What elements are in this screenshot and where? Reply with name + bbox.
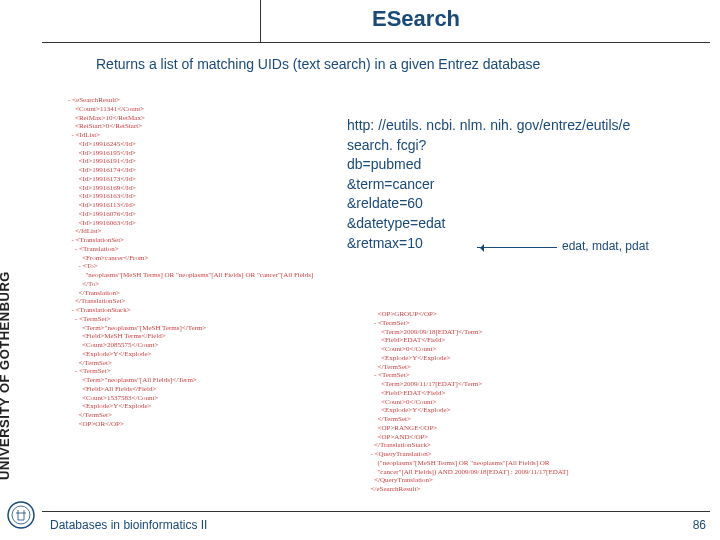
url-line: db=pubmed	[347, 155, 717, 175]
footer-divider	[42, 511, 710, 512]
slide-title: ESearch	[372, 6, 460, 32]
url-line: &reldate=60	[347, 194, 717, 214]
url-line: &datetype=edat	[347, 214, 717, 234]
xml-output-right: <OP>GROUP</OP> - <TermSet> <Term>2009/09…	[367, 310, 569, 494]
annotation-text: edat, mdat, pdat	[562, 239, 649, 253]
url-line: &retmax=10	[347, 234, 717, 254]
xml-output-left: - <eSearchResult> <Count>11341</Count> <…	[68, 96, 313, 429]
sidebar: UNIVERSITY OF GOTHENBURG	[0, 0, 42, 540]
footer-label: Databases in bioinformatics II	[50, 518, 207, 532]
svg-point-1	[12, 506, 30, 524]
title-divider-vertical	[260, 0, 261, 42]
title-divider-horizontal	[42, 42, 710, 43]
university-seal-icon	[6, 500, 36, 530]
slide-content: ESearch Returns a list of matching UIDs …	[42, 0, 720, 540]
url-block: http: //eutils. ncbi. nlm. nih. gov/entr…	[347, 116, 717, 253]
title-area: ESearch	[42, 0, 720, 42]
university-label: UNIVERSITY OF GOTHENBURG	[0, 271, 12, 480]
url-line: http: //eutils. ncbi. nlm. nih. gov/entr…	[347, 116, 717, 136]
slide-subtitle: Returns a list of matching UIDs (text se…	[96, 56, 540, 72]
page-number: 86	[693, 518, 706, 532]
arrow-icon	[477, 247, 557, 248]
url-line: search. fcgi?	[347, 136, 717, 156]
url-line: &term=cancer	[347, 175, 717, 195]
